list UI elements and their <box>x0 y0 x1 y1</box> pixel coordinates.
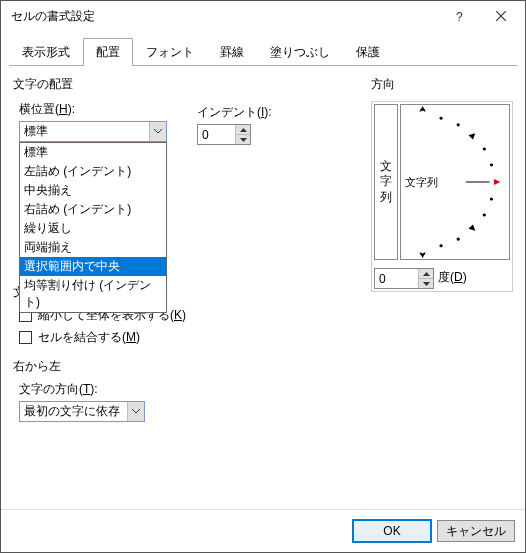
tab-number[interactable]: 表示形式 <box>9 38 83 66</box>
indent-label: インデント(I): <box>197 104 272 121</box>
merge-row[interactable]: セルを結合する(M) <box>19 329 361 346</box>
rtl-group-label: 右から左 <box>13 358 361 375</box>
tab-fill[interactable]: 塗りつぶし <box>257 38 343 66</box>
direction-combo[interactable]: 最初の文字に依存 <box>19 401 145 422</box>
svg-text:?: ? <box>456 10 463 23</box>
svg-marker-10 <box>468 224 477 232</box>
horizontal-dropdown: 標準 左詰め (インデント) 中央揃え 右詰め (インデント) 繰り返し 両端揃… <box>19 142 167 313</box>
rtl-group: 右から左 文字の方向(T): 最初の文字に依存 <box>13 358 361 422</box>
indent-spinner[interactable]: 0 <box>197 124 251 145</box>
svg-point-11 <box>456 237 460 241</box>
orientation-label: 方向 <box>371 76 513 93</box>
dialog-title: セルの書式設定 <box>11 8 441 25</box>
h-opt-center-selection[interactable]: 選択範囲内で中央 <box>20 257 166 276</box>
degree-label: 度(D) <box>438 269 467 286</box>
orientation-dial[interactable]: 文字列 <box>400 104 510 260</box>
indent-down-icon[interactable] <box>236 135 250 144</box>
h-opt-repeat[interactable]: 繰り返し <box>20 219 166 238</box>
degree-up-icon[interactable] <box>419 269 433 279</box>
vertical-text-button[interactable]: 文 字 列 <box>374 104 398 260</box>
h-opt-left[interactable]: 左詰め (インデント) <box>20 162 166 181</box>
ok-button[interactable]: OK <box>353 520 431 542</box>
svg-marker-13 <box>419 252 425 258</box>
h-opt-distributed[interactable]: 均等割り付け (インデント) <box>20 276 166 312</box>
orientation-box: 文 字 列 <box>371 101 513 292</box>
h-opt-justify[interactable]: 両端揃え <box>20 238 166 257</box>
svg-marker-4 <box>468 131 477 139</box>
direction-value: 最初の文字に依存 <box>20 403 127 420</box>
degree-spinner[interactable]: 0 <box>374 268 434 289</box>
h-opt-right[interactable]: 右詰め (インデント) <box>20 200 166 219</box>
degree-down-icon[interactable] <box>419 279 433 288</box>
svg-marker-1 <box>419 106 425 112</box>
merge-label: セルを結合する(M) <box>38 329 140 346</box>
chevron-down-icon[interactable] <box>127 402 144 421</box>
direction-label: 文字の方向(T): <box>19 381 361 398</box>
svg-point-12 <box>439 244 443 248</box>
h-opt-standard[interactable]: 標準 <box>20 143 166 162</box>
horizontal-combo[interactable]: 標準 標準 左詰め (インデント) 中央揃え 右詰め (インデント) 繰り返し … <box>19 121 167 142</box>
format-cells-dialog: セルの書式設定 ? 表示形式 配置 フォント 罫線 塗りつぶし 保護 文字の配置… <box>0 0 526 553</box>
left-column: 文字の配置 横位置(H): 標準 標準 左詰め (インデント) 中央揃え 右詰め… <box>13 76 361 499</box>
alignment-group-label: 文字の配置 <box>13 76 361 93</box>
tab-border[interactable]: 罫線 <box>207 38 257 66</box>
dialog-footer: OK キャンセル <box>1 509 525 552</box>
horizontal-value: 標準 <box>20 123 149 140</box>
svg-point-3 <box>456 123 460 127</box>
svg-point-8 <box>489 197 493 201</box>
titlebar: セルの書式設定 ? <box>1 1 525 31</box>
svg-point-2 <box>439 116 443 120</box>
svg-point-5 <box>482 147 486 151</box>
h-opt-center[interactable]: 中央揃え <box>20 181 166 200</box>
indent-block: インデント(I): 0 <box>197 100 272 145</box>
degree-value: 0 <box>375 272 418 286</box>
indent-value: 0 <box>198 128 235 142</box>
close-button[interactable] <box>481 2 521 30</box>
dial-text: 文字列 <box>405 175 438 190</box>
svg-point-9 <box>482 213 486 217</box>
horizontal-label: 横位置(H): <box>19 101 361 118</box>
chevron-down-icon[interactable] <box>149 122 166 141</box>
right-column: 方向 文 字 列 <box>371 76 513 499</box>
cancel-button[interactable]: キャンセル <box>437 520 515 542</box>
indent-up-icon[interactable] <box>236 125 250 135</box>
tab-font[interactable]: フォント <box>133 38 207 66</box>
tab-alignment[interactable]: 配置 <box>83 38 133 66</box>
svg-point-6 <box>489 163 493 167</box>
help-button[interactable]: ? <box>441 2 481 30</box>
dialog-body: 文字の配置 横位置(H): 標準 標準 左詰め (インデント) 中央揃え 右詰め… <box>1 66 525 509</box>
merge-checkbox[interactable] <box>19 331 32 344</box>
svg-marker-7 <box>494 179 500 185</box>
tab-protection[interactable]: 保護 <box>343 38 393 66</box>
tab-bar: 表示形式 配置 フォント 罫線 塗りつぶし 保護 <box>9 37 517 66</box>
